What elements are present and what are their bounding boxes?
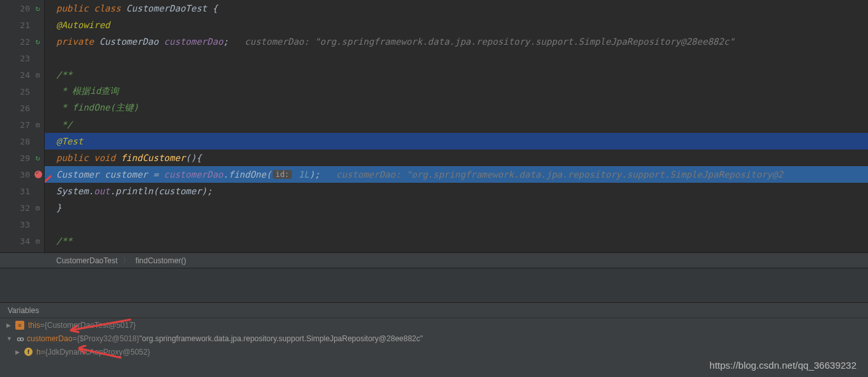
fold-icon[interactable]: ⊟ [33,119,43,130]
variable-value: {JdkDynamicAopProxy@5052} [45,348,150,357]
variable-name: this [28,321,40,330]
breadcrumb-class[interactable]: CustomerDaoTest [56,256,118,265]
code-line[interactable]: private CustomerDao customerDao; custome… [45,33,868,50]
object-icon: oo [15,334,24,343]
code-line[interactable]: @Test [45,133,868,150]
code-line[interactable]: System.out.println(customer); [45,183,868,199]
run-icon[interactable]: ↻ [33,36,43,47]
variable-row[interactable]: ▼ oo customerDao = {$Proxy32@5018} "org.… [0,332,868,345]
panel-spacer [0,268,868,302]
this-icon: ≡ [15,321,24,330]
watermark: https://blog.csdn.net/qq_36639232 [710,360,857,371]
gutter-row[interactable]: 34⊟ [0,233,44,249]
code-line[interactable]: */ [45,116,868,133]
editor-area: 20↻ 21 22↻ 23 24⊟ 25 26 27⊟ 28 29↻ 30 31… [0,0,868,252]
breadcrumb-separator: 〉 [123,255,130,266]
fold-icon[interactable]: ⊟ [33,236,43,246]
gutter-row[interactable]: 33 [0,216,44,233]
tree-toggle-icon[interactable]: ▶ [15,349,24,355]
gutter-row[interactable]: 20↻ [0,0,44,17]
gutter-row[interactable]: 26 [0,100,44,116]
code-line[interactable]: public class CustomerDaoTest { [45,0,868,17]
gutter-row[interactable]: 31 [0,183,44,199]
variable-row[interactable]: ▶ ≡ this = {CustomerDaoTest@5017} [0,318,868,332]
code-line[interactable]: /** [45,66,868,83]
tree-toggle-icon[interactable]: ▼ [6,335,15,342]
gutter-row[interactable]: 27⊟ [0,116,44,133]
code-line[interactable]: @Autowired [45,17,868,33]
variables-header: Variables [0,303,868,318]
gutter-row[interactable]: 25 [0,83,44,100]
code-line[interactable]: /** [45,233,868,249]
breadcrumb[interactable]: CustomerDaoTest 〉 findCustomer() [0,252,868,268]
variable-name: customerDao [27,334,72,343]
field-icon: f [24,348,33,356]
gutter-row[interactable]: 30 [0,166,44,183]
variable-name: h [36,348,41,357]
code-line[interactable]: * 根据id查询 [45,83,868,100]
code-line[interactable]: public void findCustomer(){ [45,150,868,166]
gutter-row[interactable]: 29↻ [0,150,44,166]
code-area[interactable]: public class CustomerDaoTest { @Autowire… [45,0,868,252]
variable-value: {$Proxy32@5018} [77,334,139,343]
param-hint: id: [273,170,292,179]
run-icon[interactable]: ↻ [33,3,43,13]
code-line[interactable] [45,50,868,66]
gutter-row[interactable]: 23 [0,50,44,66]
variable-row[interactable]: ▶ f h = {JdkDynamicAopProxy@5052} [0,345,868,358]
gutter-row[interactable]: 22↻ [0,33,44,50]
variable-value: {CustomerDaoTest@5017} [45,321,136,330]
code-line[interactable] [45,216,868,233]
fold-icon[interactable]: ⊟ [33,203,43,213]
gutter-row[interactable]: 21 [0,17,44,33]
gutter-row[interactable]: 28 [0,133,44,150]
variable-string: "org.springframework.data.jpa.repository… [139,334,423,343]
fold-icon[interactable]: ⊟ [33,70,43,80]
gutter: 20↻ 21 22↻ 23 24⊟ 25 26 27⊟ 28 29↻ 30 31… [0,0,45,252]
code-line[interactable]: } [45,199,868,216]
breakpoint-icon[interactable] [34,171,42,178]
tree-toggle-icon[interactable]: ▶ [6,322,15,328]
code-line[interactable]: * findOne(主键) [45,100,868,116]
gutter-row[interactable]: 24⊟ [0,66,44,83]
code-line-current[interactable]: Customer customer = customerDao.findOne(… [45,166,868,183]
gutter-row[interactable]: 32⊟ [0,199,44,216]
breadcrumb-method[interactable]: findCustomer() [135,256,186,265]
run-icon[interactable]: ↻ [33,153,43,163]
